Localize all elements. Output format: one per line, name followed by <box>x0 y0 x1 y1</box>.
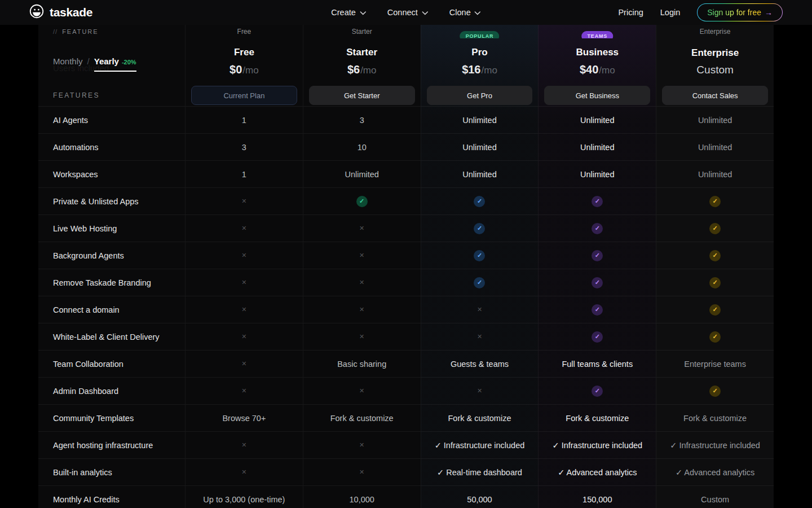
signup-button[interactable]: Sign up for free → <box>697 3 783 21</box>
cta-free[interactable]: Current Plan <box>191 86 297 105</box>
plan-price-amount: $6 <box>347 63 360 76</box>
chevron-down-icon <box>422 8 428 17</box>
plan-price-period: /mo <box>360 65 376 76</box>
value-cell-business: ✓ Infrastructure included <box>538 432 656 458</box>
value-cell-free: ✕ <box>185 378 303 404</box>
column-labels-row: // FEATURE FreeStarterPOPULARTEAMSEnterp… <box>38 25 774 38</box>
billing-monthly-option[interactable]: Monthly <box>53 56 83 66</box>
cross-icon: ✕ <box>359 279 364 286</box>
cta-cell-enterprise: Contact Sales <box>656 85 774 106</box>
nav-menu-clone[interactable]: Clone <box>449 8 481 17</box>
plan-price-amount: $0 <box>230 63 242 76</box>
value-cell-pro: ✓ Real-time dashboard <box>421 459 539 485</box>
plan-name: Pro <box>471 47 487 58</box>
plan-header-business: Business$40/mo <box>538 38 656 85</box>
chevron-down-icon <box>475 8 481 17</box>
cross-icon: ✕ <box>241 333 246 340</box>
feature-row: Background Agents✕✕✓✓✓ <box>38 242 774 269</box>
value-cell-pro: Guests & teams <box>421 351 539 377</box>
cta-pro[interactable]: Get Pro <box>427 86 533 105</box>
taskade-logo[interactable]: taskade <box>29 4 92 21</box>
value-cell-business: ✓ <box>538 323 656 350</box>
plan-price-period: /mo <box>482 65 497 76</box>
plan-tier-free: Free <box>185 25 303 38</box>
nav-link-login[interactable]: Login <box>660 8 680 17</box>
cross-icon: ✕ <box>241 279 246 286</box>
plan-price: $40/mo <box>580 63 615 76</box>
feature-name: Remove Taskade Branding <box>38 269 185 296</box>
nav-link-pricing[interactable]: Pricing <box>618 8 643 17</box>
cross-icon: ✕ <box>359 225 364 232</box>
value-cell-business: ✓ <box>538 378 656 404</box>
signup-label: Sign up for free <box>707 8 761 17</box>
value-cell-enterprise: Fork & customize <box>656 405 774 431</box>
cross-icon: ✕ <box>241 441 246 449</box>
plan-name: Business <box>576 47 619 58</box>
check-icon-yellow: ✓ <box>709 250 721 261</box>
nav-menu-connect[interactable]: Connect <box>387 8 428 17</box>
double-slash-prefix: // <box>53 28 58 35</box>
value-cell-starter: 10 <box>303 134 421 160</box>
value-cell-starter: 10,000 <box>303 486 421 508</box>
check-icon-purple: ✓ <box>592 386 603 397</box>
value-cell-pro: ✕ <box>421 323 539 350</box>
nav-menu-label: Connect <box>387 8 418 17</box>
plan-tier-starter: Starter <box>303 25 421 38</box>
cross-icon: ✕ <box>241 387 246 395</box>
value-cell-pro: Fork & customize <box>421 405 539 431</box>
value-cell-starter: Unlimited <box>303 161 421 187</box>
check-icon-yellow: ✓ <box>709 331 721 343</box>
billing-toggle: Users included Monthly / Yearly-20% <box>38 38 185 85</box>
feature-column-label: // FEATURE <box>38 25 185 38</box>
feature-row: AI Agents13UnlimitedUnlimitedUnlimited <box>38 106 774 133</box>
plan-price: Custom <box>696 64 733 76</box>
value-cell-business: 150,000 <box>538 486 656 508</box>
value-cell-free: 1 <box>185 161 303 187</box>
cross-icon: ✕ <box>359 441 364 449</box>
value-cell-enterprise: Custom <box>656 486 774 508</box>
check-icon-purple: ✓ <box>592 304 603 316</box>
cta-starter[interactable]: Get Starter <box>309 86 415 105</box>
cta-cell-starter: Get Starter <box>303 85 421 106</box>
plan-price: $6/mo <box>347 63 377 76</box>
value-cell-enterprise: ✓ <box>656 269 774 296</box>
value-cell-pro: ✕ <box>421 378 539 404</box>
plan-price-period: /mo <box>242 65 258 76</box>
value-cell-starter: ✓ <box>303 188 421 214</box>
value-cell-business: ✓ Advanced analytics <box>538 459 656 485</box>
cross-icon: ✕ <box>359 468 364 476</box>
value-cell-pro: ✓ <box>421 215 539 242</box>
value-cell-business: ✓ <box>538 242 656 269</box>
plan-tier-enterprise: Enterprise <box>656 25 774 38</box>
cross-icon: ✕ <box>477 387 482 395</box>
taskade-logo-icon <box>29 4 44 21</box>
cta-cell-business: Get Business <box>538 85 656 106</box>
value-cell-enterprise: ✓ Advanced analytics <box>656 459 774 485</box>
plan-price: $0/mo <box>230 63 259 76</box>
check-icon-purple: ✓ <box>592 223 603 234</box>
billing-yearly-option[interactable]: Yearly-20% <box>94 56 136 72</box>
value-cell-enterprise: ✓ <box>656 323 774 350</box>
cta-business[interactable]: Get Business <box>544 86 650 105</box>
value-cell-free: ✕ <box>185 432 303 458</box>
discount-badge: -20% <box>122 59 136 65</box>
feature-row: Connect a domain✕✕✕✓✓ <box>38 296 774 323</box>
cta-enterprise[interactable]: Contact Sales <box>662 86 768 105</box>
value-cell-free: ✕ <box>185 215 303 242</box>
value-cell-business: Fork & customize <box>538 405 656 431</box>
value-cell-enterprise: ✓ <box>656 188 774 214</box>
cross-icon: ✕ <box>477 306 482 313</box>
plan-name: Starter <box>346 47 377 58</box>
value-cell-free: ✕ <box>185 188 303 214</box>
value-cell-pro: ✓ Infrastructure included <box>421 432 539 458</box>
feature-rows: AI Agents13UnlimitedUnlimitedUnlimitedAu… <box>38 106 774 508</box>
feature-name: White-Label & Client Delivery <box>38 323 185 350</box>
feature-row: Workspaces1UnlimitedUnlimitedUnlimitedUn… <box>38 160 774 187</box>
feature-name: Background Agents <box>38 242 185 269</box>
feature-name: Connect a domain <box>38 296 185 323</box>
value-cell-pro: ✓ <box>421 269 539 296</box>
value-cell-business: Unlimited <box>538 107 656 133</box>
check-icon-yellow: ✓ <box>709 277 721 288</box>
nav-menu-create[interactable]: Create <box>331 8 366 17</box>
plan-headers-row: Users included Monthly / Yearly-20% Free… <box>38 38 774 85</box>
